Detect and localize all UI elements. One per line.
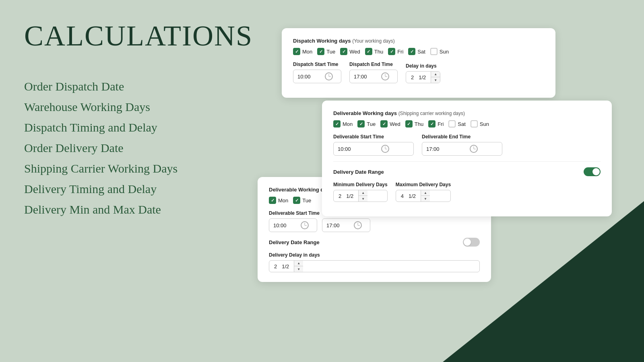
card2-day-thu[interactable]: Thu <box>405 120 423 128</box>
card1-label-sun: Sun <box>440 49 449 55</box>
card2-max-days-spinner[interactable]: 4 1/2 ▲ ▼ <box>396 190 451 202</box>
card2-min-increment[interactable]: ▲ <box>359 190 367 196</box>
card1-end-time-group: Dispatch End Time <box>349 62 398 83</box>
card1-checkbox-wed[interactable] <box>340 48 347 55</box>
card1-checkbox-mon[interactable] <box>293 48 300 55</box>
card1-checkbox-thu[interactable] <box>365 48 372 55</box>
card1-start-time-field[interactable] <box>297 74 322 80</box>
card1-start-time-input[interactable] <box>293 70 341 83</box>
card2-day-mon[interactable]: Mon <box>333 120 353 128</box>
card2-day-tue[interactable]: Tue <box>357 120 376 128</box>
card1-label-tue: Tue <box>326 49 335 55</box>
card2-min-decrement[interactable]: ▼ <box>359 196 367 202</box>
card1-checkbox-fri[interactable] <box>388 48 395 55</box>
title-rest: ALCULATIONS <box>44 20 253 52</box>
card1-delay-value: 2 <box>411 74 414 80</box>
card1-end-time-field[interactable] <box>354 74 378 80</box>
card1-delay-decrement[interactable]: ▼ <box>431 77 440 83</box>
card2-days-row: Mon Tue Wed Thu Fri <box>333 120 601 128</box>
title-cap: C <box>24 20 44 52</box>
page-content: CALCULATIONS Order Dispatch Date Warehou… <box>0 0 644 362</box>
card3-delay-value: 2 <box>274 263 277 269</box>
card2-start-time-input[interactable] <box>333 142 414 156</box>
card2-day-sat[interactable]: Sat <box>448 120 466 128</box>
card1-day-thu[interactable]: Thu <box>365 48 383 55</box>
card2-end-time-input[interactable] <box>422 142 502 156</box>
card2-checkbox-mon[interactable] <box>333 120 341 128</box>
card3-end-time-input[interactable] <box>322 218 370 232</box>
card1-day-mon[interactable]: Mon <box>293 48 312 55</box>
nav-item-7[interactable]: Delivery Min and Max Date <box>24 199 242 220</box>
card1-delay-spinner-buttons: ▲ ▼ <box>431 72 440 83</box>
card3-start-time-input[interactable] <box>269 218 317 232</box>
card2-start-time-label: Deliverable Start Time <box>333 134 414 140</box>
card2-checkbox-sat[interactable] <box>448 120 456 128</box>
card2-checkbox-sun[interactable] <box>471 120 478 128</box>
card1-label-mon: Mon <box>302 49 312 55</box>
card2-end-time-field[interactable] <box>426 146 466 152</box>
card3-day-mon[interactable]: Mon <box>269 197 288 204</box>
card2-checkbox-tue[interactable] <box>357 120 365 128</box>
card3-start-time-field[interactable] <box>273 222 297 228</box>
card1-delay-fraction: 1/2 <box>419 74 426 80</box>
card2-day-fri[interactable]: Fri <box>428 120 444 128</box>
card1-checkbox-sun[interactable] <box>430 48 438 55</box>
nav-item-6[interactable]: Delivery Timing and Delay <box>24 179 242 199</box>
card3-delay-spinner[interactable]: 2 1/2 ▲ ▼ <box>269 260 480 272</box>
card3-label-mon: Mon <box>278 197 288 204</box>
nav-item-1[interactable]: Order Dispatch Date <box>24 76 242 97</box>
card2-divider <box>333 161 601 162</box>
card1-label-fri: Fri <box>397 49 403 55</box>
card3-delay-label: Delivery Delay in days <box>269 252 480 258</box>
card1-delay-label: Delay in days <box>406 63 440 69</box>
card2-label-mon: Mon <box>343 121 353 127</box>
card3-delay-fraction: 1/2 <box>282 263 289 269</box>
card2-start-time-group: Deliverable Start Time <box>333 134 414 156</box>
card1-day-sat[interactable]: Sat <box>408 48 425 55</box>
card3-delay-group: Delivery Delay in days 2 1/2 ▲ ▼ <box>269 252 480 272</box>
card1-delay-spinner[interactable]: 2 1/2 ▲ ▼ <box>406 71 440 83</box>
card2-start-clock-icon <box>381 145 389 153</box>
card2-checkbox-thu[interactable] <box>405 120 413 128</box>
card2-end-clock-icon <box>470 145 478 153</box>
card2-day-wed[interactable]: Wed <box>380 120 400 128</box>
card2-label-tue: Tue <box>367 121 376 127</box>
card2-date-range-toggle[interactable] <box>584 167 601 176</box>
nav-item-2[interactable]: Warehouse Working Days <box>24 97 242 117</box>
card2-max-days-buttons: ▲ ▼ <box>421 190 430 202</box>
card1-day-wed[interactable]: Wed <box>340 48 360 55</box>
card3-delay-decrement[interactable]: ▼ <box>294 266 303 272</box>
card1-end-time-input[interactable] <box>349 70 398 83</box>
nav-item-3[interactable]: Dispatch Timing and Delay <box>24 117 242 138</box>
card1-start-time-label: Dispatch Start Time <box>293 62 341 67</box>
card1-end-clock-icon <box>381 72 389 80</box>
card3-delay-spinner-buttons: ▲ ▼ <box>294 261 303 272</box>
card1-delay-group: Delay in days 2 1/2 ▲ ▼ <box>406 63 440 83</box>
card1-checkbox-tue[interactable] <box>317 48 324 55</box>
card3-delay-increment[interactable]: ▲ <box>294 261 303 266</box>
card1-day-sun[interactable]: Sun <box>430 48 449 55</box>
card2-day-sun[interactable]: Sun <box>471 120 489 128</box>
card1-checkbox-sat[interactable] <box>408 48 415 55</box>
card2-min-days-spinner[interactable]: 2 1/2 ▲ ▼ <box>333 190 388 202</box>
card1-day-fri[interactable]: Fri <box>388 48 403 55</box>
card2-checkbox-wed[interactable] <box>380 120 388 128</box>
card1-delay-increment[interactable]: ▲ <box>431 72 440 77</box>
card1-start-time-group: Dispatch Start Time <box>293 62 341 83</box>
card3-day-tue[interactable]: Tue <box>293 197 311 204</box>
card2-max-increment[interactable]: ▲ <box>421 190 430 196</box>
card2-max-days-group: Maximum Delivery Days 4 1/2 ▲ ▼ <box>396 182 451 202</box>
card3-checkbox-tue[interactable] <box>293 197 300 204</box>
card3-checkbox-mon[interactable] <box>269 197 276 204</box>
card2-checkbox-fri[interactable] <box>428 120 436 128</box>
card3-date-range-toggle[interactable] <box>463 238 480 247</box>
card1-day-tue[interactable]: Tue <box>317 48 335 55</box>
nav-item-4[interactable]: Order Delivery Date <box>24 138 242 158</box>
card2-max-decrement[interactable]: ▼ <box>421 196 430 202</box>
card3-label-tue: Tue <box>302 197 311 204</box>
card3-end-time-field[interactable] <box>326 222 351 228</box>
card3-start-clock-icon <box>301 221 309 229</box>
nav-item-5[interactable]: Shipping Carrier Working Days <box>24 158 242 179</box>
card2-start-time-field[interactable] <box>338 146 378 152</box>
card1-label-wed: Wed <box>349 49 360 55</box>
